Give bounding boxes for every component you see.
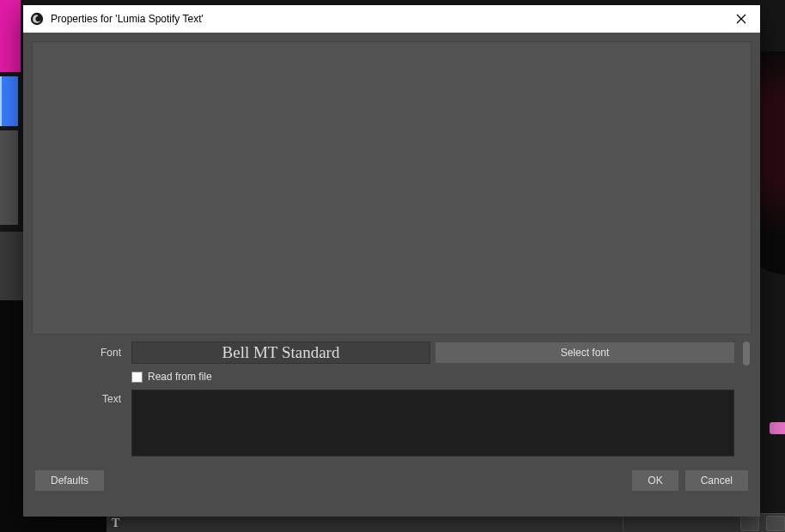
titlebar[interactable]: Properties for 'Lumia Spotify Text'	[23, 5, 760, 33]
preview-area	[32, 41, 752, 335]
window-title: Properties for 'Lumia Spotify Text'	[51, 13, 204, 25]
background-magenta-strip	[0, 0, 21, 72]
font-label: Font	[32, 347, 126, 359]
read-from-file-label: Read from file	[148, 371, 212, 383]
read-from-file-checkbox[interactable]	[131, 372, 143, 383]
svg-point-0	[31, 13, 43, 25]
background-blue-strip	[0, 76, 18, 126]
obs-icon	[30, 12, 44, 26]
toolbar-separator	[623, 517, 624, 530]
toolbar-button[interactable]	[740, 516, 759, 531]
font-display[interactable]: Bell MT Standard	[131, 342, 430, 364]
dialog-body: Font Bell MT Standard Select font Read f…	[23, 33, 760, 517]
text-source-icon: T	[112, 517, 124, 529]
toolbar-button[interactable]	[766, 516, 785, 531]
dialog-footer: Defaults OK Cancel	[32, 463, 752, 498]
background-gray-strip	[0, 130, 18, 225]
ok-button[interactable]: OK	[632, 470, 678, 491]
read-from-file-row: Read from file	[32, 371, 734, 383]
defaults-button[interactable]: Defaults	[35, 470, 104, 491]
scrollbar-thumb[interactable]	[743, 342, 750, 366]
text-row: Text	[32, 390, 734, 456]
form-area: Font Bell MT Standard Select font Read f…	[32, 342, 752, 456]
properties-dialog: Properties for 'Lumia Spotify Text' Font…	[23, 5, 760, 517]
close-button[interactable]	[722, 5, 760, 33]
font-row: Font Bell MT Standard Select font	[32, 342, 734, 364]
text-label: Text	[32, 390, 126, 405]
text-input[interactable]	[131, 390, 734, 456]
background-right-tag	[770, 422, 785, 434]
select-font-button[interactable]: Select font	[435, 342, 734, 363]
cancel-button[interactable]: Cancel	[685, 470, 748, 491]
